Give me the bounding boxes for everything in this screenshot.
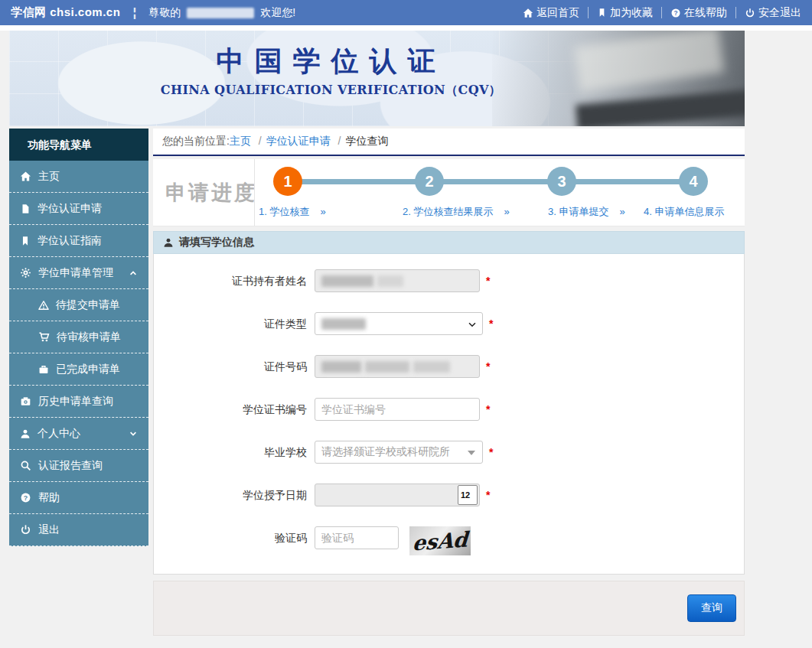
- calendar-button[interactable]: 12: [458, 485, 478, 505]
- progress-steps: 1 2 3 4 1. 学位核查» 2. 学位核查结果展示» 3. 申请单提交» …: [254, 159, 739, 226]
- sidebar-item-home[interactable]: 主页: [9, 161, 148, 193]
- camera-icon: [20, 396, 31, 407]
- sidebar-item-pending-submit[interactable]: 待提交申请单: [9, 289, 148, 321]
- question-icon: ?: [20, 492, 31, 503]
- sidebar-item-label: 待提交申请单: [56, 298, 120, 312]
- logout-link[interactable]: 安全退出: [745, 6, 801, 20]
- required-asterisk: *: [486, 355, 490, 378]
- captcha-image[interactable]: esAd: [409, 526, 471, 555]
- chevron-up-icon: [129, 269, 138, 278]
- content: 您的当前位置:主页 /学位认证申请 /学位查询 申请进度 1 2 3 4 1. …: [153, 129, 745, 636]
- home-link[interactable]: 返回首页: [523, 6, 579, 20]
- field-label: 证件号码: [154, 355, 307, 398]
- svg-text:?: ?: [673, 8, 677, 16]
- sidebar-item-pending-review[interactable]: 待审核申请单: [9, 321, 148, 353]
- sidebar-item-report-query[interactable]: 认证报告查询: [9, 450, 148, 482]
- step-arrow: »: [504, 206, 509, 217]
- sidebar-item-personal-center[interactable]: 个人中心: [9, 418, 148, 450]
- chevron-down-icon: [467, 319, 478, 330]
- sidebar-item-degree-apply[interactable]: 学位认证申请: [9, 193, 148, 225]
- user-icon: [20, 428, 31, 439]
- required-asterisk: *: [489, 441, 493, 464]
- step-label-text: 4. 申请单信息展示: [644, 206, 724, 217]
- logout-label: 安全退出: [758, 6, 801, 20]
- home-link-label: 返回首页: [536, 6, 579, 20]
- banner-title-en: CHINA QUALIFICATION VERIFICATION（CQV）: [9, 83, 653, 99]
- step-label-text: 1. 学位核查: [259, 206, 309, 217]
- sidebar-item-label: 学位认证申请: [38, 202, 102, 216]
- site-logo[interactable]: 学信网 chsi.com.cn: [11, 5, 120, 20]
- sidebar-item-exit[interactable]: 退出: [9, 514, 148, 546]
- online-help-link[interactable]: ? 在线帮助: [670, 6, 727, 20]
- topbar-divider: ¦: [132, 5, 136, 21]
- sidebar-item-label: 学位申请单管理: [38, 266, 113, 280]
- school-select[interactable]: 请选择颁证学校或科研院所: [315, 441, 483, 464]
- form-row-id-type: 证件类型 *: [154, 312, 744, 355]
- breadcrumb-prefix: 您的当前位置:: [162, 135, 230, 147]
- breadcrumb: 您的当前位置:主页 /学位认证申请 /学位查询: [153, 129, 745, 156]
- online-help-label: 在线帮助: [684, 6, 727, 20]
- query-button[interactable]: 查询: [687, 594, 736, 622]
- breadcrumb-current: 学位查询: [345, 135, 388, 147]
- power-icon: [20, 524, 31, 536]
- form-row-award-date: 学位授予日期 12 *: [154, 484, 744, 526]
- question-icon: ?: [670, 8, 681, 18]
- gear-icon: [20, 267, 31, 278]
- add-favorite-label: 加为收藏: [610, 6, 653, 20]
- banner-title-cn: 中国学位认证: [9, 43, 653, 80]
- form-row-cert-no: 学位证书编号 *: [154, 398, 744, 441]
- progress-connector: [288, 179, 693, 184]
- masked-value: [377, 275, 403, 287]
- cert-no-input[interactable]: [315, 398, 480, 421]
- sidebar-item-label: 认证报告查询: [38, 459, 103, 473]
- progress-panel: 申请进度 1 2 3 4 1. 学位核查» 2. 学位核查结果展示» 3. 申请…: [153, 159, 745, 226]
- sidebar-item-label: 学位认证指南: [38, 234, 102, 248]
- banner: 中国学位认证 CHINA QUALIFICATION VERIFICATION（…: [9, 31, 745, 126]
- greeting-suffix: 欢迎您!: [260, 6, 295, 20]
- add-favorite-link[interactable]: 加为收藏: [597, 6, 653, 20]
- sidebar-item-history-query[interactable]: 历史申请单查询: [9, 386, 148, 418]
- search-icon: [20, 460, 31, 471]
- sidebar-item-label: 已完成申请单: [56, 363, 120, 376]
- breadcrumb-link-apply[interactable]: 学位认证申请: [266, 135, 331, 147]
- name-field: [315, 269, 480, 292]
- breadcrumb-separator: /: [259, 135, 262, 147]
- sidebar-item-application-manage[interactable]: 学位申请单管理: [9, 257, 148, 289]
- masked-value: [365, 361, 409, 373]
- sidebar-item-label: 帮助: [38, 491, 60, 505]
- captcha-input[interactable]: [315, 526, 399, 549]
- form-footer: 查询: [153, 581, 745, 636]
- award-date-field[interactable]: 12: [315, 484, 480, 506]
- school-select-placeholder: 请选择颁证学校或科研院所: [321, 445, 450, 459]
- form-row-id-number: 证件号码 *: [154, 355, 744, 398]
- home-icon: [523, 8, 533, 18]
- step-label-text: 2. 学位核查结果展示: [403, 206, 493, 217]
- sidebar-item-degree-guide[interactable]: 学位认证指南: [9, 225, 148, 257]
- topbar-links: 返回首页 加为收藏 ? 在线帮助 安全退出: [523, 6, 801, 20]
- progress-title: 申请进度: [165, 179, 257, 207]
- field-label: 验证码: [154, 526, 307, 565]
- masked-value: [321, 275, 373, 287]
- step-label-3: 3. 申请单提交»: [548, 205, 625, 219]
- breadcrumb-link-home[interactable]: 主页: [230, 135, 251, 147]
- sidebar-item-label: 个人中心: [38, 427, 80, 441]
- step-circle-1: 1: [273, 167, 302, 196]
- sidebar-item-help[interactable]: ? 帮助: [9, 482, 148, 514]
- breadcrumb-separator: /: [338, 135, 341, 147]
- greeting-prefix: 尊敬的: [148, 6, 181, 20]
- sidebar-item-completed[interactable]: 已完成申请单: [9, 353, 148, 386]
- step-label-1: 1. 学位核查»: [259, 205, 326, 219]
- step-label-4: 4. 申请单信息展示: [644, 205, 724, 219]
- masked-value: [321, 318, 366, 330]
- document-icon: [20, 204, 31, 214]
- banner-titles: 中国学位认证 CHINA QUALIFICATION VERIFICATION（…: [9, 43, 653, 99]
- id-number-field: [315, 355, 480, 378]
- id-type-select[interactable]: [315, 312, 483, 335]
- required-asterisk: *: [489, 312, 493, 335]
- calendar-day: 12: [461, 490, 470, 500]
- captcha-text: esAd: [412, 527, 468, 555]
- top-strip: [0, 25, 812, 31]
- topbar: 学信网 chsi.com.cn ¦ 尊敬的 欢迎您! 返回首页 加为收藏 ? 在…: [0, 0, 812, 25]
- topbar-separator: [735, 7, 736, 18]
- dropdown-triangle-icon: [468, 451, 475, 455]
